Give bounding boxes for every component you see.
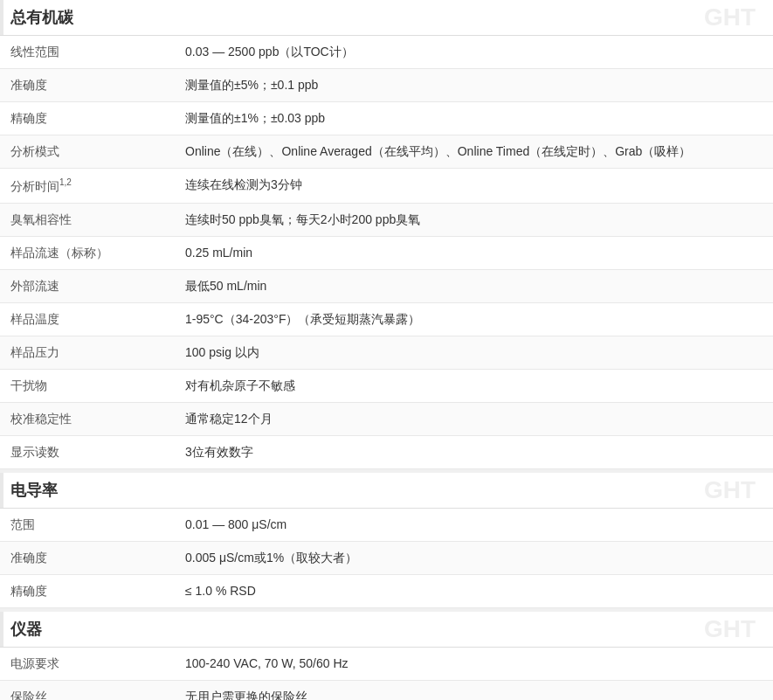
table-row: 精确度≤ 1.0 % RSD <box>0 574 773 607</box>
row-value: 通常稳定12个月 <box>175 402 773 435</box>
row-value: 3位有效数字 <box>175 435 773 468</box>
table-row: 样品温度1-95°C（34-203°F）（承受短期蒸汽暴露） <box>0 302 773 336</box>
row-value: 0.03 — 2500 ppb（以TOC计） <box>175 36 773 69</box>
row-value: ≤ 1.0 % RSD <box>175 574 773 607</box>
table-instrument: 电源要求100-240 VAC, 70 W, 50/60 Hz保险丝无用户需更换… <box>0 648 773 700</box>
row-label: 范围 <box>0 509 175 542</box>
row-label: 分析模式 <box>0 135 175 169</box>
row-value: 100 psig 以内 <box>175 336 773 369</box>
row-value: 连续在线检测为3分钟 <box>175 169 773 204</box>
watermark: GHT <box>704 3 756 31</box>
row-label: 显示读数 <box>0 435 175 468</box>
row-value: 最低50 mL/min <box>175 269 773 302</box>
row-label: 外部流速 <box>0 269 175 302</box>
row-value: 对有机杂原子不敏感 <box>175 369 773 402</box>
row-value: 100-240 VAC, 70 W, 50/60 Hz <box>175 648 773 681</box>
row-label-sup: 1,2 <box>59 177 72 187</box>
table-row: 臭氧相容性连续时50 ppb臭氧；每天2小时200 ppb臭氧 <box>0 203 773 236</box>
table-row: 线性范围0.03 — 2500 ppb（以TOC计） <box>0 36 773 69</box>
table-row: 分析模式Online（在线）、Online Averaged（在线平均）、Onl… <box>0 135 773 169</box>
section-title-conductivity: 电导率 <box>10 482 58 499</box>
table-conductivity: 范围0.01 — 800 μS/cm准确度0.005 μS/cm或1%（取较大者… <box>0 509 773 608</box>
row-value: 1-95°C（34-203°F）（承受短期蒸汽暴露） <box>175 302 773 336</box>
table-toc: 线性范围0.03 — 2500 ppb（以TOC计）准确度测量值的±5%；±0.… <box>0 36 773 469</box>
table-row: 准确度测量值的±5%；±0.1 ppb <box>0 69 773 102</box>
section-title-toc: 总有机碳 <box>10 9 73 26</box>
table-row: 范围0.01 — 800 μS/cm <box>0 509 773 542</box>
row-label: 准确度 <box>0 69 175 102</box>
row-label: 干扰物 <box>0 369 175 402</box>
table-row: 显示读数3位有效数字 <box>0 435 773 468</box>
table-row: 样品流速（标称）0.25 mL/min <box>0 236 773 269</box>
table-row: 分析时间1,2连续在线检测为3分钟 <box>0 169 773 204</box>
table-row: 校准稳定性通常稳定12个月 <box>0 402 773 435</box>
row-label: 精确度 <box>0 574 175 607</box>
section-header-conductivity: 电导率GHT <box>0 473 773 509</box>
row-value: 0.25 mL/min <box>175 236 773 269</box>
main-container: 总有机碳GHT线性范围0.03 — 2500 ppb（以TOC计）准确度测量值的… <box>0 0 773 700</box>
row-label: 精确度 <box>0 102 175 135</box>
watermark: GHT <box>704 476 756 504</box>
table-row: 样品压力100 psig 以内 <box>0 336 773 369</box>
section-title-instrument: 仪器 <box>10 620 42 638</box>
row-label: 样品压力 <box>0 336 175 369</box>
section-header-instrument: 仪器GHT <box>0 612 773 648</box>
row-label: 线性范围 <box>0 36 175 69</box>
row-label: 保险丝 <box>0 680 175 700</box>
row-label: 样品温度 <box>0 302 175 336</box>
row-value: 无用户需更换的保险丝 <box>175 680 773 700</box>
row-value: 测量值的±1%；±0.03 ppb <box>175 102 773 135</box>
row-value: Online（在线）、Online Averaged（在线平均）、Online … <box>175 135 773 169</box>
table-row: 精确度测量值的±1%；±0.03 ppb <box>0 102 773 135</box>
row-value: 连续时50 ppb臭氧；每天2小时200 ppb臭氧 <box>175 203 773 236</box>
table-row: 电源要求100-240 VAC, 70 W, 50/60 Hz <box>0 648 773 681</box>
row-label: 样品流速（标称） <box>0 236 175 269</box>
table-row: 干扰物对有机杂原子不敏感 <box>0 369 773 402</box>
row-value: 0.005 μS/cm或1%（取较大者） <box>175 541 773 574</box>
watermark: GHT <box>704 615 756 643</box>
table-row: 外部流速最低50 mL/min <box>0 269 773 302</box>
row-label: 臭氧相容性 <box>0 203 175 236</box>
row-label: 准确度 <box>0 541 175 574</box>
table-row: 准确度0.005 μS/cm或1%（取较大者） <box>0 541 773 574</box>
row-label: 校准稳定性 <box>0 402 175 435</box>
table-row: 保险丝无用户需更换的保险丝 <box>0 680 773 700</box>
row-label: 分析时间1,2 <box>0 169 175 204</box>
section-header-toc: 总有机碳GHT <box>0 0 773 36</box>
row-value: 0.01 — 800 μS/cm <box>175 509 773 542</box>
row-value: 测量值的±5%；±0.1 ppb <box>175 69 773 102</box>
row-label: 电源要求 <box>0 648 175 681</box>
